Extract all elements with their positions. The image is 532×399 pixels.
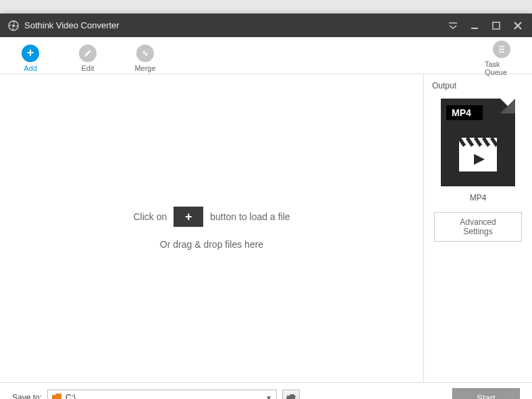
clapperboard-icon (441, 120, 515, 186)
edit-label: Edit (82, 64, 95, 72)
svg-rect-3 (493, 22, 500, 29)
edit-button[interactable]: Edit (71, 45, 105, 72)
folder-open-icon (286, 394, 296, 399)
dropdown-menu-icon[interactable] (447, 20, 459, 32)
app-title: Sothink Video Converter (24, 20, 119, 30)
format-badge: MP4 (446, 105, 483, 120)
app-logo-icon (8, 20, 19, 31)
toolbar: + Add Edit Merge Task Queue (0, 37, 532, 74)
advanced-settings-button[interactable]: Advanced Settings (434, 212, 522, 242)
save-path-value: C:\ (65, 393, 76, 399)
output-format-card[interactable]: MP4 (441, 99, 515, 186)
titlebar: Sothink Video Converter (0, 14, 532, 37)
browse-folder-button[interactable] (282, 390, 300, 399)
merge-button[interactable]: Merge (128, 45, 162, 72)
drop-zone[interactable]: Click on + button to load a file Or drag… (0, 74, 424, 382)
list-icon (493, 41, 510, 58)
format-label: MP4 (470, 193, 487, 203)
folder-icon (52, 394, 61, 399)
svg-point-1 (12, 24, 15, 27)
pencil-icon (79, 45, 97, 62)
page-fold-icon (500, 99, 515, 113)
footer: Save to: C:\ ▼ Start (0, 382, 532, 399)
close-icon[interactable] (512, 20, 524, 32)
merge-label: Merge (134, 64, 155, 72)
chevron-down-icon: ▼ (265, 394, 272, 400)
load-file-button[interactable]: + (174, 207, 203, 227)
output-panel: Output MP4 MP4 Advanced Settings (424, 74, 532, 382)
hint-drag-drop: Or drag & drop files here (160, 239, 263, 250)
add-label: Add (24, 64, 37, 72)
task-queue-button[interactable]: Task Queue (485, 41, 518, 76)
hint-click-on: Click on (133, 211, 167, 222)
save-path-select[interactable]: C:\ ▼ (47, 390, 277, 399)
start-button[interactable]: Start (452, 388, 520, 399)
plus-icon: + (185, 210, 192, 224)
plus-icon: + (22, 45, 39, 62)
task-queue-label: Task Queue (485, 60, 518, 76)
minimize-icon[interactable] (469, 20, 481, 32)
save-to-label: Save to: (12, 393, 42, 399)
hint-load-file: button to load a file (210, 211, 290, 222)
maximize-icon[interactable] (490, 20, 502, 32)
output-header: Output (424, 81, 464, 99)
link-icon (136, 45, 154, 62)
add-button[interactable]: + Add (14, 45, 47, 72)
